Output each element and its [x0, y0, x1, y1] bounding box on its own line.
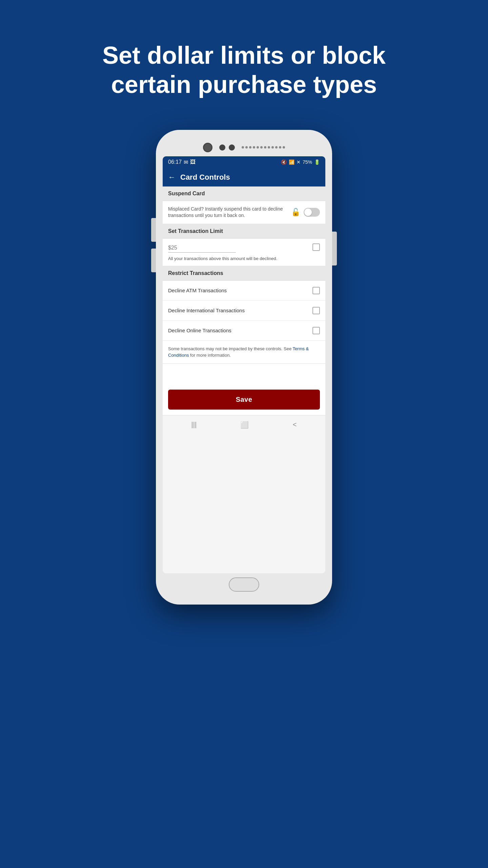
app-header: ← Card Controls [163, 168, 325, 186]
hero-text: Set dollar limits or block certain purch… [75, 41, 413, 99]
side-button-left-bottom [151, 249, 156, 272]
save-button-container: Save [163, 384, 325, 415]
screen: 06:17 ✉ 🖼 🔇 📶 ✕ 75% 🔋 ← Card Controls Su… [163, 156, 325, 573]
sensor-dot-2 [229, 144, 235, 151]
decline-international-checkbox[interactable] [312, 307, 320, 314]
mail-icon: ✉ [184, 159, 188, 165]
sp2 [245, 146, 248, 149]
side-button-left-top [151, 218, 156, 242]
phone-shell: 06:17 ✉ 🖼 🔇 📶 ✕ 75% 🔋 ← Card Controls Su… [156, 130, 332, 605]
decline-atm-row: Decline ATM Transactions [163, 281, 325, 301]
transaction-limit-input[interactable] [168, 243, 236, 253]
sp9 [271, 146, 274, 149]
limit-row: All your transactions above this amount … [168, 243, 320, 261]
sp3 [249, 146, 251, 149]
sensors [219, 144, 235, 151]
sp7 [264, 146, 266, 149]
bottom-nav: ||| ⬜ < [163, 415, 325, 432]
camera-lens [203, 143, 212, 152]
footer-text-after: for more information. [189, 353, 231, 358]
battery-icon: 🔋 [314, 159, 320, 165]
nav-back-icon[interactable]: < [293, 421, 297, 429]
transaction-limit-section-header: Set Transaction Limit [163, 224, 325, 239]
suspend-controls: 🔓 [291, 208, 320, 217]
suspend-card-section: Misplaced Card? Instantly suspend this c… [163, 201, 325, 224]
sensor-dot-1 [219, 144, 225, 151]
sp8 [268, 146, 270, 149]
suspend-toggle[interactable] [304, 208, 320, 217]
nav-home-icon[interactable]: ⬜ [240, 421, 249, 429]
toggle-knob [304, 209, 312, 216]
suspend-section-header: Suspend Card [163, 186, 325, 201]
transaction-limit-section: All your transactions above this amount … [163, 239, 325, 266]
decline-atm-label: Decline ATM Transactions [168, 288, 227, 293]
decline-online-label: Decline Online Transactions [168, 328, 231, 333]
signal-icon: ✕ [297, 159, 301, 165]
content-spacer [163, 364, 325, 384]
limit-input-col: All your transactions above this amount … [168, 243, 312, 261]
transaction-limit-checkbox[interactable] [312, 243, 320, 251]
back-button[interactable]: ← [168, 173, 176, 182]
status-right: 🔇 📶 ✕ 75% 🔋 [281, 159, 320, 165]
save-button[interactable]: Save [168, 390, 320, 410]
suspend-row: Misplaced Card? Instantly suspend this c… [163, 201, 325, 224]
suspend-description: Misplaced Card? Instantly suspend this c… [168, 206, 283, 218]
decline-international-row: Decline International Transactions [163, 301, 325, 321]
restrict-section-header: Restrict Transactions [163, 266, 325, 281]
home-button[interactable] [229, 577, 259, 592]
mute-icon: 🔇 [281, 159, 287, 165]
footer-text-before: Some transactions may not be impacted by… [168, 346, 293, 351]
nav-menu-icon[interactable]: ||| [191, 421, 197, 429]
sp1 [242, 146, 244, 149]
side-button-right [332, 232, 337, 265]
lock-icon: 🔓 [291, 208, 300, 217]
page-title: Card Controls [180, 173, 230, 182]
sp6 [260, 146, 263, 149]
limit-description: All your transactions above this amount … [168, 256, 312, 261]
decline-atm-checkbox[interactable] [312, 287, 320, 294]
sp12 [283, 146, 285, 149]
phone-top-hardware [163, 137, 325, 156]
status-bar: 06:17 ✉ 🖼 🔇 📶 ✕ 75% 🔋 [163, 156, 325, 168]
sp10 [275, 146, 278, 149]
sp5 [257, 146, 259, 149]
speaker-grille [242, 146, 285, 149]
status-time: 06:17 [168, 159, 182, 165]
home-button-area [163, 573, 325, 598]
decline-online-checkbox[interactable] [312, 327, 320, 334]
decline-international-label: Decline International Transactions [168, 308, 245, 313]
sp4 [253, 146, 255, 149]
battery-text: 75% [303, 159, 312, 165]
decline-online-row: Decline Online Transactions [163, 321, 325, 341]
sp11 [279, 146, 281, 149]
wifi-icon: 📶 [289, 159, 294, 165]
photo-icon: 🖼 [190, 159, 196, 165]
footer-note: Some transactions may not be impacted by… [163, 341, 325, 364]
suspend-text: Misplaced Card? Instantly suspend this c… [168, 206, 291, 219]
status-left: 06:17 ✉ 🖼 [168, 159, 196, 165]
